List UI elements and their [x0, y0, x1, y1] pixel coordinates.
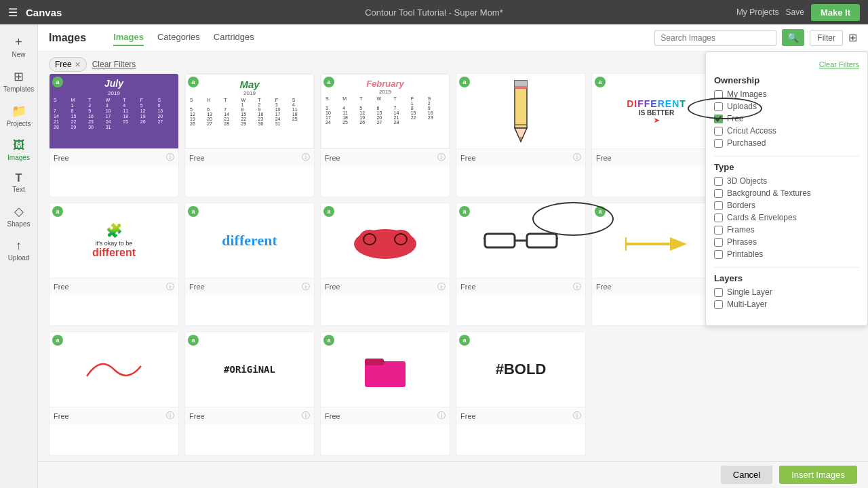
- image-card-glasses[interactable]: a Free ⓘ: [456, 203, 586, 327]
- tab-cartridges[interactable]: Cartridges: [214, 29, 254, 46]
- image-card-img: February 2019 SMTWTFS 12 3456789 1011121…: [321, 74, 450, 148]
- image-card-different[interactable]: a DIFFERENT IS BETTER ➤ Free ⓘ: [591, 73, 722, 197]
- image-card-swirl[interactable]: a Free ⓘ: [49, 331, 179, 455]
- image-card-mask[interactable]: a Free ⓘ: [320, 203, 450, 327]
- image-card-july[interactable]: a July 2019 SMTWTFS 123456 78910111213 1…: [49, 73, 179, 197]
- sidebar-item-projects[interactable]: 📁 Projects: [0, 98, 37, 130]
- filter-phrases-checkbox[interactable]: [714, 238, 723, 247]
- image-card-okay[interactable]: a 🧩 it's okay to be different Free ⓘ: [49, 203, 179, 327]
- search-button[interactable]: 🔍: [782, 29, 804, 46]
- filter-3d-objects[interactable]: 3D Objects: [714, 176, 859, 186]
- info-icon[interactable]: ⓘ: [573, 152, 581, 163]
- filter-cards-checkbox[interactable]: [714, 214, 723, 222]
- info-icon[interactable]: ⓘ: [166, 410, 174, 422]
- image-card-footer: Free ⓘ: [50, 278, 178, 296]
- insert-button[interactable]: Insert Images: [779, 466, 857, 484]
- filter-single-layer-checkbox[interactable]: [714, 288, 723, 297]
- filter-printables[interactable]: Printables: [714, 249, 859, 259]
- type-title: Type: [714, 162, 859, 172]
- filter-my-images-checkbox[interactable]: [714, 90, 723, 99]
- swirl-svg: [80, 352, 148, 386]
- info-icon[interactable]: ⓘ: [437, 152, 446, 163]
- sidebar-item-upload[interactable]: ↑ Upload: [0, 233, 37, 264]
- sidebar-item-templates[interactable]: ⊞ Templates: [0, 64, 37, 96]
- cricut-badge: a: [188, 77, 199, 87]
- filter-phrases[interactable]: Phrases: [714, 237, 859, 247]
- tab-bar: Images Images Categories Cartridges 🔍 Fi…: [38, 24, 868, 52]
- shapes-icon: ◇: [14, 204, 24, 219]
- grid-view-button[interactable]: ⊞: [848, 31, 857, 44]
- topbar-right: My Projects Save Make It: [736, 4, 860, 21]
- filter-purchased-checkbox[interactable]: [714, 139, 723, 148]
- filter-purchased[interactable]: Purchased: [714, 138, 859, 148]
- image-card-img: DIFFERENT IS BETTER ➤: [592, 74, 721, 148]
- info-icon[interactable]: ⓘ: [166, 152, 174, 163]
- image-card-arrow[interactable]: a Free ⓘ: [591, 203, 722, 327]
- info-icon[interactable]: ⓘ: [437, 410, 446, 422]
- image-price: Free: [189, 283, 205, 291]
- image-card-bold[interactable]: a #BOLD Free ⓘ: [456, 331, 586, 455]
- filter-3d-objects-checkbox[interactable]: [714, 177, 723, 186]
- filter-background-checkbox[interactable]: [714, 189, 723, 198]
- filter-multi-layer-checkbox[interactable]: [714, 300, 723, 309]
- info-icon[interactable]: ⓘ: [302, 152, 310, 163]
- sidebar-item-images[interactable]: 🖼 Images: [0, 133, 37, 164]
- image-price: Free: [54, 412, 69, 420]
- image-card-footer: Free ⓘ: [50, 148, 178, 166]
- image-card-february[interactable]: a February 2019 SMTWTFS 12 3456789 10111…: [320, 73, 450, 197]
- filter-frames-checkbox[interactable]: [714, 226, 723, 235]
- original-text: #ORiGiNAL: [224, 364, 275, 375]
- tab-images[interactable]: Images: [113, 29, 144, 46]
- projects-icon: 📁: [12, 104, 26, 119]
- sidebar-item-new[interactable]: + New: [0, 30, 37, 61]
- filter-panel: Clear Filters Ownership My Images Upload…: [705, 52, 868, 326]
- svg-marker-24: [365, 361, 386, 364]
- filter-multi-layer[interactable]: Multi-Layer: [714, 300, 859, 309]
- save-button[interactable]: Save: [786, 7, 804, 17]
- filter-borders[interactable]: Borders: [714, 201, 859, 210]
- text-icon: T: [16, 172, 22, 184]
- filter-my-images[interactable]: My Images: [714, 89, 859, 99]
- filter-borders-checkbox[interactable]: [714, 201, 723, 210]
- filter-button[interactable]: Filter: [810, 30, 843, 46]
- filter-cards[interactable]: Cards & Envelopes: [714, 213, 859, 222]
- sidebar-item-shapes[interactable]: ◇ Shapes: [0, 199, 37, 230]
- info-icon[interactable]: ⓘ: [573, 410, 581, 422]
- menu-icon[interactable]: ☰: [8, 6, 18, 19]
- filter-cricut-access[interactable]: Cricut Access: [714, 126, 859, 136]
- image-card-original[interactable]: a #ORiGiNAL Free ⓘ: [184, 331, 315, 455]
- image-card-footer: Free ⓘ: [321, 407, 450, 424]
- image-card-different-blue[interactable]: a different Free ⓘ: [184, 203, 315, 327]
- svg-point-11: [364, 235, 375, 244]
- image-card-may[interactable]: a May 2019 SHTWTFS 1234 567891011 121314…: [184, 73, 315, 197]
- filter-frames[interactable]: Frames: [714, 225, 859, 235]
- filter-panel-clear[interactable]: Clear Filters: [819, 60, 859, 68]
- tab-categories[interactable]: Categories: [157, 29, 200, 46]
- my-projects-link[interactable]: My Projects: [736, 7, 779, 17]
- info-icon[interactable]: ⓘ: [437, 281, 446, 293]
- ownership-title: Ownership: [714, 75, 859, 85]
- info-icon[interactable]: ⓘ: [302, 281, 310, 293]
- cancel-button[interactable]: Cancel: [721, 466, 772, 484]
- feb-grid: SMTWTFS 12 3456789 10111213141516 171819…: [326, 96, 445, 125]
- make-it-button[interactable]: Make It: [811, 4, 860, 21]
- filter-printables-checkbox[interactable]: [714, 250, 723, 259]
- filter-uploads[interactable]: Uploads: [714, 102, 859, 111]
- search-input[interactable]: [654, 30, 776, 46]
- info-icon[interactable]: ⓘ: [573, 281, 581, 293]
- panel-title: Images: [49, 32, 86, 44]
- topbar: ☰ Canvas Contour Tool Tutorial - Super M…: [0, 0, 868, 24]
- filter-uploads-checkbox[interactable]: [714, 102, 723, 111]
- filter-free[interactable]: Free: [714, 114, 859, 123]
- info-icon[interactable]: ⓘ: [302, 410, 310, 422]
- filter-single-layer[interactable]: Single Layer: [714, 287, 859, 297]
- image-card-pink-folder[interactable]: a Free ⓘ: [320, 331, 450, 455]
- image-card-pencil[interactable]: a Free ⓘ: [456, 73, 586, 197]
- sidebar-item-text[interactable]: T Text: [0, 167, 37, 196]
- filter-cricut-access-checkbox[interactable]: [714, 127, 723, 136]
- info-icon[interactable]: ⓘ: [166, 281, 174, 293]
- sidebar: + New ⊞ Templates 📁 Projects 🖼 Images T …: [0, 24, 38, 488]
- image-card-footer: Free ⓘ: [321, 278, 450, 296]
- filter-free-checkbox[interactable]: [714, 115, 723, 123]
- filter-background[interactable]: Background & Textures: [714, 188, 859, 198]
